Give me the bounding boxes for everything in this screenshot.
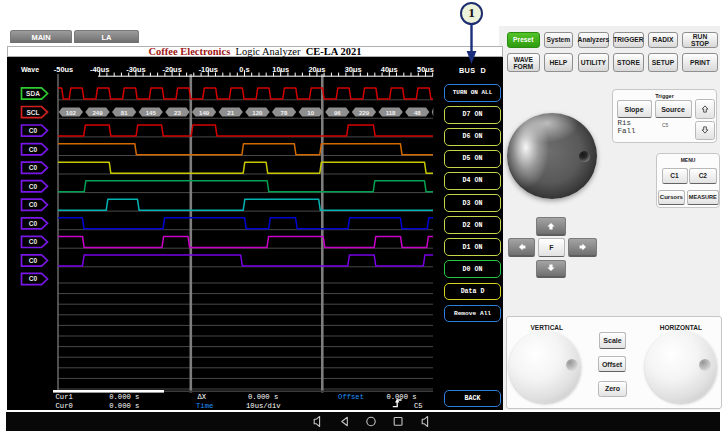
svg-text:C0: C0 [29,127,38,134]
svg-text:249: 249 [92,109,103,116]
svg-text:C0: C0 [29,238,38,245]
svg-text:10us/div: 10us/div [246,402,281,410]
svg-text:145: 145 [146,109,157,116]
svg-text:Cur0: Cur0 [56,402,73,410]
svg-text:SCL: SCL [26,109,39,116]
svg-text:149: 149 [199,109,210,116]
svg-text:Time: Time [196,402,213,410]
svg-text:40us: 40us [381,65,398,74]
svg-text:0.000 s: 0.000 s [109,402,139,410]
svg-text:96: 96 [334,109,341,116]
svg-text:118: 118 [386,109,396,116]
svg-text:120: 120 [252,109,263,116]
svg-text:C0: C0 [29,146,38,153]
svg-text:ΔX: ΔX [197,393,206,401]
svg-text:229: 229 [359,109,370,116]
svg-text:78: 78 [281,109,288,116]
svg-text:10us: 10us [272,65,289,74]
svg-text:C0: C0 [29,257,38,264]
svg-text:81: 81 [121,109,128,116]
svg-text:20us: 20us [308,65,325,74]
svg-text:C0: C0 [29,183,38,190]
svg-text:BUS D: BUS D [459,66,486,75]
svg-text:-10us: -10us [199,65,218,74]
svg-text:-40us: -40us [90,65,109,74]
svg-text:10: 10 [307,109,314,116]
svg-text:C0: C0 [29,201,38,208]
svg-text:30us: 30us [345,65,362,74]
svg-text:50us: 50us [417,65,434,74]
svg-text:C0: C0 [29,164,38,171]
svg-text:23: 23 [174,109,181,116]
svg-text:21: 21 [227,109,234,116]
svg-text:Wave: Wave [21,66,39,73]
svg-text:0 s: 0 s [239,65,249,74]
svg-text:48: 48 [414,109,421,116]
svg-text:C0: C0 [29,220,38,227]
svg-text:Cur1: Cur1 [56,393,73,401]
svg-text:C5: C5 [414,402,423,410]
svg-text:Offset: Offset [338,393,364,401]
svg-text:0.000 s: 0.000 s [109,393,139,401]
svg-text:102: 102 [66,109,77,116]
svg-text:SDA: SDA [26,90,40,97]
svg-text:C0: C0 [29,275,38,282]
svg-text:-20us: -20us [162,65,181,74]
svg-text:-30us: -30us [126,65,145,74]
svg-text:0.000 s: 0.000 s [248,393,278,401]
svg-text:-50us: -50us [54,65,73,74]
